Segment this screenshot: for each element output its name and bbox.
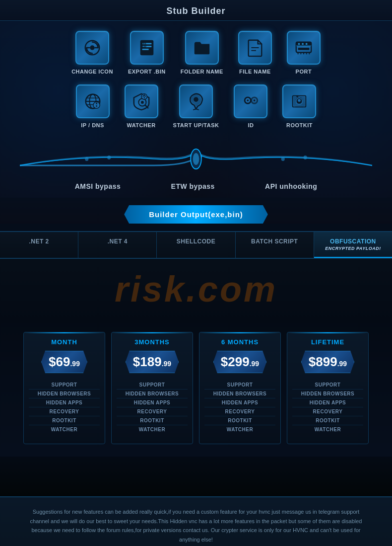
svg-rect-5 xyxy=(142,49,148,50)
pricing-section: MONTH$69.99SUPPORTHIDDEN BROWSERSHIDDEN … xyxy=(0,319,392,457)
amsi-bypass-label: AMSI bypass xyxy=(75,182,121,190)
feature-item: WATCHER xyxy=(29,425,100,434)
export-bin-box: 001 110 xyxy=(130,31,164,65)
mid-decorative xyxy=(0,457,392,496)
svg-point-41 xyxy=(247,99,249,101)
icon-file-name[interactable]: FILE NAME xyxy=(238,31,272,75)
feature-item: SUPPORT xyxy=(204,381,275,390)
tab-batch-script[interactable]: BATCH SCRIPT xyxy=(236,232,314,258)
rootkit-label: ROOTKIT xyxy=(286,122,313,128)
feature-item: WATCHER xyxy=(292,425,363,434)
price-cents: .99 xyxy=(337,360,347,368)
price-bg: $69.99 xyxy=(41,351,87,373)
feature-item: HIDDEN BROWSERS xyxy=(292,390,363,398)
feature-item: SUPPORT xyxy=(117,381,188,390)
watermark-text: risk.com xyxy=(0,269,392,310)
price-main: $189 xyxy=(133,354,162,370)
svg-point-31 xyxy=(141,101,144,104)
card-period: 6 MONTHS xyxy=(199,332,280,348)
pipeline-section: AMSI bypass ETW bypass API unhooking xyxy=(20,133,372,198)
feature-item: ROOTKIT xyxy=(117,416,188,425)
startup-task-label: START UP/TASK xyxy=(173,122,219,128)
tab-obfuscation[interactable]: OBFUSCATION Encrypted Payload! xyxy=(314,232,392,258)
card-features: SUPPORTHIDDEN BROWSERSHIDDEN APPSRECOVER… xyxy=(112,378,193,436)
card-period: LIFETIME xyxy=(287,332,368,348)
feature-item: RECOVERY xyxy=(29,407,100,416)
feature-item: ROOTKIT xyxy=(204,416,275,425)
id-box xyxy=(234,84,267,118)
feature-item: HIDDEN BROWSERS xyxy=(29,390,100,398)
svg-point-15 xyxy=(306,43,308,45)
price-cents: .99 xyxy=(70,360,79,368)
ip-dns-box xyxy=(76,84,110,118)
feature-item: HIDDEN APPS xyxy=(29,398,100,407)
feature-item: HIDDEN APPS xyxy=(204,398,275,407)
icon-ip-dns[interactable]: IP / DNS xyxy=(76,84,110,128)
price-main: $899 xyxy=(309,354,337,370)
svg-text:110: 110 xyxy=(141,45,146,48)
api-unhooking-label: API unhooking xyxy=(265,182,317,190)
icon-startup-task[interactable]: START UP/TASK xyxy=(173,84,219,128)
card-period: 3MONTHS xyxy=(112,332,193,348)
feature-item: ROOTKIT xyxy=(29,416,100,425)
price-bg: $189.99 xyxy=(126,351,179,373)
icon-rootkit[interactable]: ROOTKIT xyxy=(282,84,316,128)
feature-item: HIDDEN APPS xyxy=(117,398,188,407)
builder-output-button[interactable]: Builder Output(exe,bin) xyxy=(124,205,268,224)
icon-change-icon[interactable]: CHANGE ICON xyxy=(71,31,113,75)
price-bg: $899.99 xyxy=(301,351,354,373)
builder-output-section: Builder Output(exe,bin) xyxy=(0,198,392,224)
feature-item: HIDDEN BROWSERS xyxy=(204,390,275,398)
svg-point-50 xyxy=(193,153,199,165)
icon-id[interactable]: ID xyxy=(234,84,267,128)
pricing-card-3months[interactable]: 3MONTHS$189.99SUPPORTHIDDEN BROWSERSHIDD… xyxy=(111,332,193,444)
tab-net2[interactable]: .NET 2 xyxy=(0,232,78,258)
price-cents: .99 xyxy=(250,360,259,368)
folder-name-label: FOLDER NAME xyxy=(181,69,223,75)
feature-item: HIDDEN APPS xyxy=(292,398,363,407)
folder-name-box xyxy=(185,31,219,65)
price-main: $299 xyxy=(221,354,250,370)
price-bg: $299.99 xyxy=(213,351,266,373)
change-icon-label: CHANGE ICON xyxy=(71,69,113,75)
svg-point-28 xyxy=(96,105,97,107)
tab-net4[interactable]: .NET 4 xyxy=(78,232,157,258)
header: Stub Builder xyxy=(0,0,392,21)
export-bin-label: EXPORT .BIN xyxy=(128,69,166,75)
watcher-label: WATCHER xyxy=(127,122,155,128)
tab-shellcode[interactable]: SHELLCODE xyxy=(157,232,235,258)
port-label: PORT xyxy=(296,69,312,75)
icon-folder-name[interactable]: FOLDER NAME xyxy=(181,31,223,75)
svg-point-51 xyxy=(85,157,88,161)
feature-item: HIDDEN BROWSERS xyxy=(117,390,188,398)
card-price-row: $189.99 xyxy=(112,348,193,378)
icon-watcher[interactable]: WATCHER xyxy=(125,84,158,128)
svg-line-36 xyxy=(196,109,199,110)
pricing-card-month[interactable]: MONTH$69.99SUPPORTHIDDEN BROWSERSHIDDEN … xyxy=(23,332,105,444)
svg-point-52 xyxy=(107,156,111,159)
icon-grid-row2: IP / DNS WATCHER xyxy=(20,84,372,128)
footer-text: Suggestions for new features can be adde… xyxy=(30,507,362,545)
feature-item: SUPPORT xyxy=(292,381,363,390)
pricing-card-lifetime[interactable]: LIFETIME$899.99SUPPORTHIDDEN BROWSERSHID… xyxy=(287,332,369,444)
port-box xyxy=(287,31,321,65)
svg-line-35 xyxy=(193,109,196,110)
feature-item: RECOVERY xyxy=(117,407,188,416)
icon-export-bin[interactable]: 001 110 EXPORT .BIN xyxy=(128,31,166,75)
feature-item: SUPPORT xyxy=(29,381,100,390)
id-label: ID xyxy=(248,122,254,128)
icon-port[interactable]: PORT xyxy=(287,31,321,75)
feature-item: RECOVERY xyxy=(292,407,363,416)
pricing-card-6months[interactable]: 6 MONTHS$299.99SUPPORTHIDDEN BROWSERSHID… xyxy=(199,332,281,444)
feature-item: WATCHER xyxy=(204,425,275,434)
svg-point-53 xyxy=(281,157,285,161)
svg-rect-16 xyxy=(298,48,309,50)
feature-item: WATCHER xyxy=(117,425,188,434)
ip-dns-label: IP / DNS xyxy=(81,122,104,128)
etw-bypass-label: ETW bypass xyxy=(171,182,215,190)
page-title: Stub Builder xyxy=(0,6,392,16)
svg-point-13 xyxy=(298,43,300,45)
svg-rect-48 xyxy=(297,96,299,97)
top-section: CHANGE ICON 001 110 EXPORT .BIN xyxy=(0,21,392,198)
svg-point-46 xyxy=(298,99,301,102)
